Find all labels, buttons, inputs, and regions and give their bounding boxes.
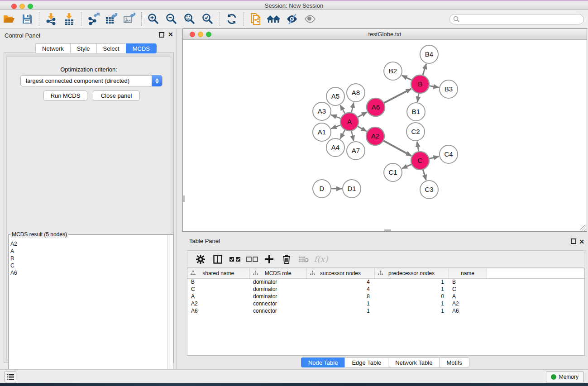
graph-edge[interactable] — [417, 142, 418, 152]
table-row[interactable]: Cdominator41C — [187, 286, 584, 293]
zoom-in-icon[interactable] — [144, 11, 163, 27]
open-session-icon[interactable] — [0, 11, 18, 27]
table-row[interactable]: Adominator80A — [187, 293, 584, 300]
import-network-icon[interactable] — [42, 11, 60, 27]
tab-edge-table[interactable]: Edge Table — [344, 357, 388, 367]
apply-layout-icon[interactable] — [223, 11, 241, 27]
network-canvas[interactable]: B4B2BB3A8A5A6A3B1AA1C2A2A4A7C4CC1C3DD1 — [183, 40, 587, 231]
column-header-mcds-role[interactable]: MCDS role — [249, 268, 306, 278]
task-history-button[interactable] — [5, 372, 16, 382]
table-settings-gear-icon[interactable] — [193, 253, 208, 266]
run-mcds-button[interactable]: Run MCDS — [43, 91, 87, 101]
close-panel-button[interactable]: Close panel — [93, 91, 140, 101]
export-table-icon[interactable] — [102, 11, 120, 27]
tab-mcds[interactable]: MCDS — [126, 43, 157, 53]
graph-node-C1[interactable]: C1 — [384, 163, 402, 181]
graph-edge[interactable] — [423, 170, 426, 180]
column-header-predecessor-nodes[interactable]: predecessor nodes — [374, 268, 449, 278]
graph-edge[interactable] — [340, 130, 345, 138]
graph-edge[interactable] — [402, 164, 411, 168]
graph-node-C2[interactable]: C2 — [406, 123, 425, 141]
tab-style[interactable]: Style — [70, 43, 96, 53]
graph-node-A7[interactable]: A7 — [347, 142, 365, 160]
export-image-icon[interactable] — [120, 11, 139, 27]
mcds-result-item[interactable]: A6 — [10, 269, 167, 276]
graph-node-A5[interactable]: A5 — [326, 87, 344, 105]
search-field[interactable] — [449, 14, 584, 24]
mcds-result-item[interactable]: A — [10, 248, 167, 255]
zoom-out-icon[interactable] — [163, 11, 181, 27]
criterion-dropdown[interactable]: largest connected component (directed) — [20, 75, 163, 86]
mcds-result-item[interactable]: B — [10, 255, 167, 262]
delete-column-trash-icon[interactable] — [279, 253, 294, 266]
graph-edge[interactable] — [383, 141, 411, 156]
clone-network-icon[interactable] — [247, 11, 265, 27]
tab-select[interactable]: Select — [96, 43, 126, 53]
table-row[interactable]: A6connector11A6 — [187, 307, 584, 315]
column-header-name[interactable]: name — [449, 268, 487, 278]
network-hscroll-thumb[interactable] — [384, 229, 391, 231]
graph-node-B3[interactable]: B3 — [440, 80, 458, 98]
graph-node-A4[interactable]: A4 — [326, 138, 344, 157]
close-panel-icon[interactable]: ✕ — [168, 32, 173, 37]
graph-edge[interactable] — [358, 126, 367, 131]
unselect-all-columns-icon[interactable] — [244, 253, 260, 266]
column-header-successor-nodes[interactable]: successor nodes — [306, 268, 374, 278]
graph-node-B1[interactable]: B1 — [407, 103, 425, 121]
create-column-plus-icon[interactable] — [262, 253, 277, 266]
graph-node-C4[interactable]: C4 — [440, 145, 458, 163]
graph-node-C3[interactable]: C3 — [420, 181, 438, 199]
graph-edge[interactable] — [331, 125, 341, 129]
mcds-result-item[interactable]: A2 — [10, 240, 167, 248]
hide-graphics-details-icon[interactable] — [283, 11, 301, 27]
graph-node-A2[interactable]: A2 — [366, 127, 384, 145]
network-overview-home-icon[interactable] — [265, 11, 283, 27]
zoom-selected-icon[interactable] — [199, 11, 217, 27]
tab-network[interactable]: Network — [35, 43, 70, 53]
close-table-panel-icon[interactable]: ✕ — [579, 238, 584, 245]
memory-button[interactable]: Memory — [546, 372, 583, 382]
graph-edge[interactable] — [402, 76, 411, 80]
graph-edge[interactable] — [358, 112, 367, 117]
result-scrollbar[interactable] — [167, 235, 173, 386]
tab-motifs[interactable]: Motifs — [439, 357, 469, 367]
graph-edge[interactable] — [331, 115, 341, 119]
graph-edge[interactable] — [417, 94, 419, 102]
graph-edge[interactable] — [423, 64, 426, 75]
network-vscroll-thumb[interactable] — [183, 195, 185, 202]
window-resize-grip[interactable] — [580, 225, 586, 231]
tab-network-table[interactable]: Network Table — [388, 357, 439, 367]
save-session-icon[interactable] — [18, 11, 36, 27]
graph-edge[interactable] — [351, 102, 354, 112]
network-window-titlebar[interactable]: testGlobe.txt — [183, 29, 587, 40]
graph-node-C[interactable]: C — [411, 152, 429, 170]
graph-node-B[interactable]: B — [411, 75, 429, 93]
float-panel-icon[interactable] — [159, 32, 164, 38]
table-row[interactable]: Bdominator41B — [187, 278, 584, 286]
graph-node-B4[interactable]: B4 — [420, 45, 438, 63]
column-header-shared-name[interactable]: shared name — [187, 268, 249, 278]
search-input[interactable] — [460, 15, 583, 24]
graph-edge[interactable] — [429, 157, 439, 159]
table-row[interactable]: A2connector11A2 — [187, 300, 584, 307]
graph-node-A1[interactable]: A1 — [313, 123, 331, 141]
select-all-columns-icon[interactable] — [227, 253, 243, 266]
tab-node-table[interactable]: Node Table — [301, 357, 345, 367]
graph-node-D[interactable]: D — [313, 180, 331, 198]
graph-edge[interactable] — [384, 89, 411, 103]
graph-node-D1[interactable]: D1 — [343, 180, 361, 198]
graph-node-A[interactable]: A — [340, 113, 359, 131]
graph-edge[interactable] — [340, 105, 345, 113]
graph-node-A6[interactable]: A6 — [367, 98, 385, 116]
import-table-icon[interactable] — [60, 11, 78, 27]
zoom-fit-icon[interactable] — [181, 11, 199, 27]
float-table-panel-icon[interactable] — [571, 238, 576, 244]
graph-edge[interactable] — [351, 131, 354, 141]
show-columns-icon[interactable] — [210, 253, 225, 266]
mcds-result-item[interactable]: C — [10, 262, 167, 269]
graph-node-A8[interactable]: A8 — [347, 84, 365, 102]
graph-node-B2[interactable]: B2 — [384, 62, 402, 80]
graph-edge[interactable] — [430, 86, 439, 88]
export-network-icon[interactable] — [84, 11, 102, 27]
graph-node-A3[interactable]: A3 — [313, 102, 331, 120]
